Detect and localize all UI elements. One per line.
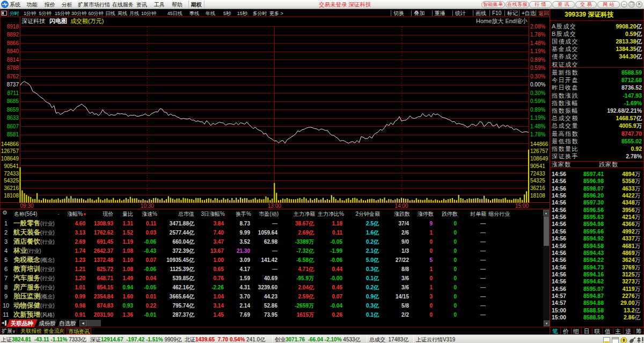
period-15[interactable]: 多分时 bbox=[253, 10, 267, 17]
sector-name[interactable]: 免税概念(概念) bbox=[13, 256, 55, 265]
period-5[interactable]: 60分钟 bbox=[89, 10, 104, 17]
sector-name[interactable]: 房产服务(行业) bbox=[13, 283, 55, 292]
alert-icon[interactable] bbox=[641, 336, 644, 342]
close-button[interactable]: ✕ bbox=[636, 1, 642, 8]
col-header-name[interactable]: 名称(564) bbox=[14, 209, 37, 219]
tab-scrollbar[interactable] bbox=[86, 320, 101, 326]
tab-1[interactable]: 成份股 bbox=[37, 319, 57, 327]
menu-item-0[interactable]: 系统 bbox=[10, 1, 20, 8]
period-6[interactable]: 日线 bbox=[106, 10, 115, 17]
sector-name[interactable]: 酒店餐饮(行业) bbox=[13, 237, 55, 246]
period-9[interactable]: 10分钟 bbox=[141, 10, 156, 17]
period-12[interactable]: 年线 bbox=[206, 10, 215, 17]
period-10[interactable]: 45日线 bbox=[167, 10, 182, 17]
period-2[interactable]: 5分钟 bbox=[39, 10, 52, 17]
restore-button[interactable]: ❐ bbox=[628, 1, 635, 8]
col-header-8[interactable]: 市盈(动) bbox=[259, 209, 279, 219]
index-quote-2[interactable]: 北证1439.65 7.70 0.54% 241.0亿 bbox=[185, 336, 265, 343]
col-header-13[interactable]: 涨停数 bbox=[418, 209, 434, 219]
app-logo-icon[interactable] bbox=[1, 1, 9, 8]
period-8[interactable]: 月线 bbox=[129, 10, 139, 17]
pin-panel-icon[interactable]: ◄▌ bbox=[1, 320, 7, 326]
col-header-6[interactable]: 3日涨幅% bbox=[201, 209, 225, 219]
menu-item-3[interactable]: 分析 bbox=[62, 1, 72, 8]
menu-item-7[interactable]: 工具 bbox=[154, 1, 165, 8]
col-header-14[interactable]: 跌停数 bbox=[442, 209, 458, 219]
action-4[interactable]: 画线 bbox=[475, 10, 486, 17]
sector-name[interactable]: 林业(行业) bbox=[13, 246, 41, 256]
period-14[interactable]: 15秒 bbox=[237, 10, 247, 17]
menu-item-8[interactable]: 帮助 bbox=[172, 1, 182, 8]
period-11[interactable]: 季线 bbox=[189, 10, 199, 17]
period-7[interactable]: 周线 bbox=[118, 10, 127, 17]
ext-item-2[interactable]: 市场资讯 bbox=[67, 328, 91, 334]
action-6[interactable]: 标记 bbox=[507, 10, 518, 17]
col-header-3[interactable]: 量比 bbox=[122, 209, 133, 219]
chart-metric-label[interactable]: 成交额(万元) bbox=[70, 18, 104, 24]
settings-gear-icon[interactable]: ⚙ bbox=[2, 209, 8, 216]
top-button-4[interactable]: 交 易 bbox=[575, 1, 597, 8]
tab-0[interactable]: 关联品种 bbox=[6, 319, 38, 327]
scroll-down-icon[interactable]: ▼ bbox=[544, 320, 550, 326]
period-16[interactable]: 更多 > bbox=[269, 10, 283, 17]
sector-name[interactable]: 动物保健(行业) bbox=[13, 301, 55, 310]
ext-item-1[interactable]: 资金流向 bbox=[43, 328, 65, 334]
tab-2[interactable]: 自选股 bbox=[57, 319, 78, 327]
action-0[interactable]: 切换 bbox=[393, 10, 404, 17]
action-7[interactable]: +自选 bbox=[522, 10, 536, 17]
period-3[interactable]: 15分钟 bbox=[55, 10, 70, 17]
menu-item-5[interactable]: 在线服务 bbox=[112, 1, 134, 8]
menu-item-4[interactable]: 扩展市场行情 bbox=[78, 1, 110, 8]
intraday-chart[interactable]: 89182.08%88921.78%88661.48%88401.19%8814… bbox=[0, 17, 550, 209]
menu-item-options[interactable]: 期权 bbox=[191, 1, 202, 8]
col-header-10[interactable]: 主力净比% bbox=[318, 209, 344, 219]
menu-item-1[interactable]: 功能 bbox=[27, 1, 38, 8]
minimize-button[interactable]: – bbox=[621, 1, 627, 8]
index-quote-3[interactable]: 创业3071.76 -66.04 -2.10% 4533亿 bbox=[275, 336, 361, 343]
action-8[interactable]: 返回 bbox=[538, 10, 549, 17]
action-5[interactable]: F10 bbox=[492, 10, 501, 17]
window-panel-icon[interactable] bbox=[612, 336, 619, 342]
col-header-11[interactable]: 2分钟金额 bbox=[355, 209, 380, 219]
sector-name[interactable]: 一般零售(行业) bbox=[13, 219, 55, 228]
period-4[interactable]: 30分钟 bbox=[71, 10, 86, 17]
sector-name[interactable]: 胎压监测(概念) bbox=[13, 292, 55, 301]
period-13[interactable]: 5秒 bbox=[223, 10, 231, 17]
col-header-9[interactable]: 主力净额 bbox=[294, 209, 315, 219]
col-header-7[interactable]: 换手% bbox=[236, 209, 251, 219]
sector-name[interactable]: 汽车服务(行业) bbox=[13, 274, 55, 283]
top-button-5[interactable]: 网 站 bbox=[597, 1, 620, 8]
index-quote-0[interactable]: 上证3824.81 -43.11 -1.11% 7333亿 bbox=[1, 336, 86, 343]
sidebar-symbol-title[interactable]: 399339 深证科技 bbox=[550, 9, 644, 21]
top-button-1[interactable]: 在线客服 bbox=[506, 1, 529, 8]
top-button-0[interactable]: 智能账单 bbox=[481, 1, 505, 8]
action-2[interactable]: 重播 bbox=[435, 10, 445, 17]
col-header-5[interactable]: 总市值 bbox=[178, 209, 194, 219]
action-3[interactable]: 统计 bbox=[455, 10, 466, 17]
col-header-2[interactable]: 现价 bbox=[103, 209, 113, 219]
col-header-12[interactable]: 涨跌数 bbox=[394, 209, 410, 219]
ext-item-0[interactable]: 关联报价 bbox=[20, 328, 42, 334]
menu-item-2[interactable]: 报价 bbox=[45, 1, 55, 8]
period-1[interactable]: 1分钟 bbox=[24, 10, 36, 17]
trade-login-status[interactable]: 交易未登录 深证科技 bbox=[319, 1, 371, 8]
top-button-2[interactable]: 行 情 bbox=[529, 1, 552, 8]
upgrade-icon[interactable] bbox=[620, 336, 627, 342]
col-header-16[interactable]: 细分行业 bbox=[488, 209, 510, 219]
menu-item-6[interactable]: 资讯 bbox=[136, 1, 147, 8]
minimize-panel-icon[interactable] bbox=[603, 336, 610, 342]
scroll-up-icon[interactable]: ▲ bbox=[543, 210, 549, 216]
index-quote-1[interactable]: 深证12914.67 -197.42 -1.51% 9909亿 bbox=[90, 336, 182, 343]
tab-scroll-left-icon[interactable]: ◀ bbox=[79, 320, 86, 326]
sector-name[interactable]: 航天装备(行业) bbox=[13, 228, 55, 237]
top-button-3[interactable]: 资 讯 bbox=[552, 1, 575, 8]
col-header-1[interactable]: 涨幅%▼ bbox=[67, 209, 87, 219]
sector-name[interactable]: 次新预增(风格) bbox=[13, 310, 55, 319]
layout-icon[interactable] bbox=[1, 11, 7, 16]
sector-name[interactable]: 教育培训(行业) bbox=[13, 265, 55, 274]
scrollbar-thumb[interactable] bbox=[544, 216, 549, 246]
action-1[interactable]: 叠加 bbox=[414, 10, 425, 17]
period-0[interactable]: 分时 bbox=[10, 10, 19, 17]
extension-label[interactable]: 扩展∨ bbox=[2, 328, 16, 334]
col-header-4[interactable]: 涨速% bbox=[142, 209, 157, 219]
